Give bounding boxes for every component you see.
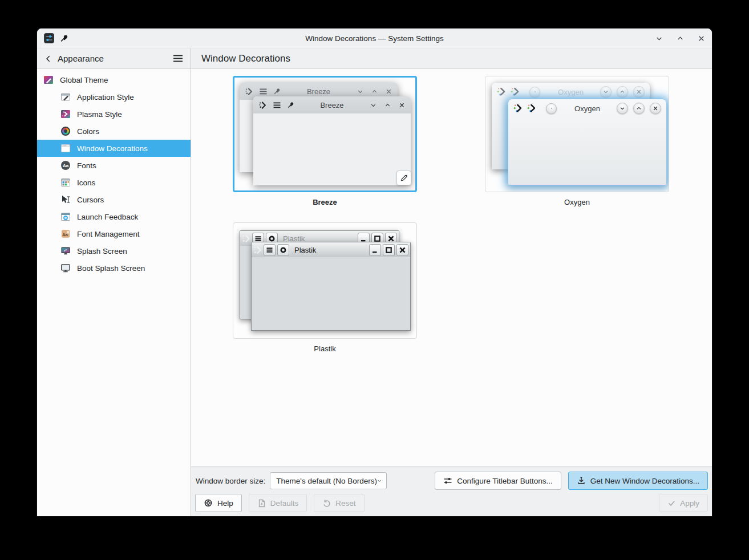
- sidebar-item-label: Cursors: [77, 196, 104, 204]
- minimize-icon: [357, 88, 363, 95]
- global-theme-icon: [43, 75, 54, 85]
- page-header: Window Decorations: [191, 48, 712, 69]
- kde-logo-icon: [253, 246, 262, 254]
- boot-splash-screen-icon: [60, 263, 71, 273]
- minimize-button: [617, 103, 628, 114]
- sidebar-menu-icon[interactable]: [173, 55, 183, 62]
- close-icon: [399, 102, 405, 108]
- maximize-icon: [384, 102, 391, 108]
- maximize-button[interactable]: [676, 34, 684, 42]
- sidebar-item-cursors[interactable]: Cursors: [37, 191, 191, 208]
- help-button[interactable]: Help: [195, 494, 242, 512]
- maximize-button: [617, 86, 628, 98]
- window-titlebar: Window Decorations — System Settings: [37, 29, 712, 48]
- kde-logo-icon: [511, 87, 520, 96]
- sidebar-item-icons[interactable]: Icons: [37, 174, 191, 191]
- pin-icon[interactable]: [60, 34, 68, 42]
- splash-screen-icon: [60, 246, 71, 256]
- defaults-button[interactable]: Defaults: [249, 494, 307, 512]
- maximize-button: [383, 244, 395, 256]
- close-button[interactable]: [697, 34, 705, 42]
- download-icon: [577, 476, 586, 485]
- kde-logo-icon: [242, 234, 250, 243]
- sidebar-item-launch-feedback[interactable]: Launch Feedback: [37, 208, 191, 225]
- window-decorations-icon: [60, 143, 71, 153]
- menu-icon: [273, 102, 281, 108]
- system-settings-window: Window Decorations — System Settings App…: [37, 29, 712, 516]
- font-management-icon: Aa: [60, 229, 71, 239]
- kde-logo-icon: [513, 104, 523, 113]
- page-title: Window Decorations: [201, 53, 290, 64]
- sidebar-item-label: Window Decorations: [77, 144, 148, 153]
- sidebar: Appearance Global Theme Application S: [37, 48, 191, 516]
- border-size-label: Window border size:: [196, 477, 265, 485]
- sidebar-item-font-management[interactable]: Aa Font Management: [37, 225, 191, 242]
- minimize-button: [600, 86, 612, 98]
- kde-logo-icon: [245, 88, 253, 95]
- sidebar-header: Appearance: [37, 48, 191, 69]
- plastik-preview-front-window: Plastik: [251, 242, 411, 331]
- border-size-combobox[interactable]: Theme's default (No Borders): [270, 472, 387, 489]
- kde-logo-icon: [259, 102, 266, 109]
- minimize-button[interactable]: [655, 34, 663, 42]
- sidebar-item-label: Boot Splash Screen: [77, 264, 145, 273]
- sidebar-item-application-style[interactable]: Application Style: [37, 88, 191, 105]
- application-style-icon: [60, 92, 71, 102]
- theme-card-oxygen[interactable]: Oxygen: [485, 76, 669, 192]
- sidebar-list: Global Theme Application Style Plasma St…: [37, 69, 191, 277]
- theme-caption-breeze: Breeze: [233, 198, 417, 206]
- app-icon: [44, 33, 54, 43]
- theme-card-plastik[interactable]: Plastik: [233, 222, 417, 339]
- pin-icon: [288, 102, 294, 108]
- sidebar-item-colors[interactable]: Colors: [37, 123, 191, 140]
- pencil-icon: [400, 174, 408, 182]
- sidebar-item-splash-screen[interactable]: Splash Screen: [37, 242, 191, 259]
- theme-caption-plastik: Plastik: [233, 344, 417, 353]
- defaults-label: Defaults: [270, 499, 299, 508]
- pin-button: [277, 244, 289, 256]
- svg-text:Aa: Aa: [63, 163, 69, 168]
- close-button: [396, 244, 408, 256]
- chevron-down-icon: [377, 477, 382, 484]
- back-icon[interactable]: [44, 55, 52, 63]
- border-size-value: Theme's default (No Borders): [276, 477, 377, 485]
- undo-icon: [322, 499, 331, 508]
- sidebar-item-fonts[interactable]: Aa Fonts: [37, 157, 191, 174]
- maximize-button: [633, 103, 645, 114]
- minimize-button: [369, 244, 381, 256]
- sidebar-item-plasma-style[interactable]: Plasma Style: [37, 105, 191, 123]
- menu-button: [264, 244, 276, 256]
- theme-card-breeze[interactable]: Breeze: [233, 76, 417, 192]
- svg-text:Aa: Aa: [62, 232, 68, 237]
- sidebar-item-window-decorations[interactable]: Window Decorations: [37, 140, 191, 157]
- cursors-icon: [60, 194, 71, 205]
- configure-titlebar-buttons-label: Configure Titlebar Buttons...: [457, 477, 552, 485]
- colors-icon: [60, 126, 71, 136]
- apply-button[interactable]: Apply: [659, 494, 708, 512]
- sliders-icon: [443, 476, 452, 485]
- preview-window-title: Plastik: [294, 246, 316, 254]
- configure-titlebar-buttons-button[interactable]: Configure Titlebar Buttons...: [435, 472, 561, 490]
- checkmark-icon: [667, 499, 675, 507]
- breeze-preview-front-window: Breeze: [253, 96, 411, 185]
- maximize-icon: [371, 88, 378, 95]
- reset-button[interactable]: Reset: [314, 494, 364, 512]
- minimize-icon: [370, 102, 376, 108]
- help-label: Help: [217, 499, 233, 508]
- sidebar-item-label: Plasma Style: [77, 110, 122, 119]
- get-new-window-decorations-label: Get New Window Decorations...: [590, 477, 699, 485]
- document-icon: [257, 499, 266, 508]
- sidebar-item-global-theme[interactable]: Global Theme: [37, 71, 191, 88]
- edit-theme-button[interactable]: [396, 171, 411, 185]
- icons-icon: [60, 177, 71, 188]
- sidebar-item-label: Colors: [77, 127, 99, 136]
- close-button: [650, 103, 661, 114]
- window-title: Window Decorations — System Settings: [305, 34, 443, 43]
- breadcrumb[interactable]: Appearance: [58, 54, 104, 63]
- get-new-window-decorations-button[interactable]: Get New Window Decorations...: [568, 472, 708, 490]
- sidebar-item-boot-splash-screen[interactable]: Boot Splash Screen: [37, 259, 191, 277]
- fonts-icon: Aa: [60, 160, 71, 171]
- menu-button: [546, 103, 557, 114]
- sidebar-item-label: Splash Screen: [77, 247, 127, 255]
- footer: Window border size: Theme's default (No …: [191, 466, 712, 516]
